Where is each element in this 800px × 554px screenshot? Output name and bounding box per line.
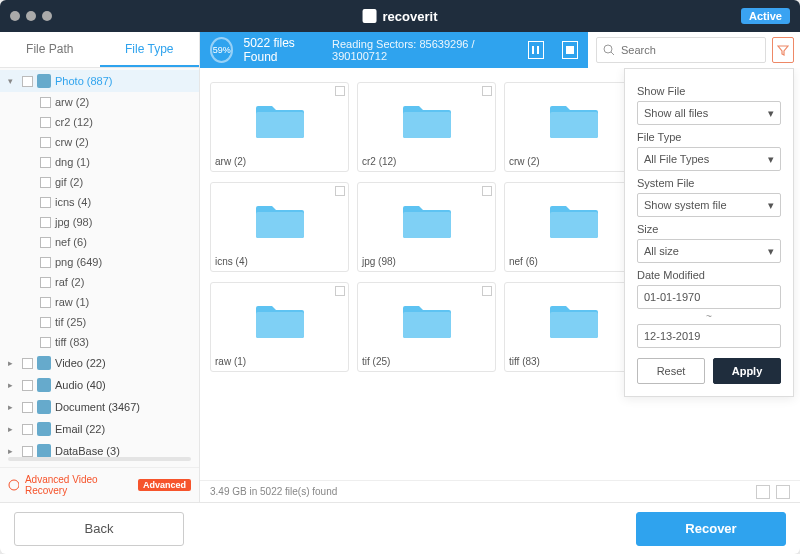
checkbox[interactable] bbox=[482, 86, 492, 96]
folder-card-tif[interactable]: tif (25) bbox=[357, 282, 496, 372]
checkbox[interactable] bbox=[40, 157, 51, 168]
sidebar-cat-database[interactable]: ▸DataBase (3) bbox=[0, 440, 199, 457]
category-tree[interactable]: ▾Photo (887)arw (2)cr2 (12)crw (2)dng (1… bbox=[0, 68, 199, 457]
sidebar-item-jpg[interactable]: jpg (98) bbox=[0, 212, 199, 232]
checkbox[interactable] bbox=[40, 237, 51, 248]
close-dot[interactable] bbox=[10, 11, 20, 21]
system-file-select[interactable]: Show system file▾ bbox=[637, 193, 781, 217]
status-text: 3.49 GB in 5022 file(s) found bbox=[210, 486, 337, 497]
checkbox[interactable] bbox=[40, 177, 51, 188]
checkbox[interactable] bbox=[335, 186, 345, 196]
size-select[interactable]: All size▾ bbox=[637, 239, 781, 263]
svg-rect-5 bbox=[37, 74, 51, 88]
checkbox[interactable] bbox=[40, 297, 51, 308]
apply-button[interactable]: Apply bbox=[713, 358, 781, 384]
sidebar-item-gif[interactable]: gif (2) bbox=[0, 172, 199, 192]
sidebar-item-dng[interactable]: dng (1) bbox=[0, 152, 199, 172]
sidebar-cat-email[interactable]: ▸Email (22) bbox=[0, 418, 199, 440]
folder-icon bbox=[509, 87, 638, 153]
filter-panel: Show File Show all files▾ File Type All … bbox=[624, 68, 794, 397]
sidebar-item-png[interactable]: png (649) bbox=[0, 252, 199, 272]
sidebar-item-tiff[interactable]: tiff (83) bbox=[0, 332, 199, 352]
checkbox[interactable] bbox=[40, 197, 51, 208]
checkbox[interactable] bbox=[40, 97, 51, 108]
sidebar-cat-video[interactable]: ▸Video (22) bbox=[0, 352, 199, 374]
filter-button[interactable] bbox=[772, 37, 794, 63]
sidebar-item-raw[interactable]: raw (1) bbox=[0, 292, 199, 312]
checkbox[interactable] bbox=[40, 317, 51, 328]
back-button[interactable]: Back bbox=[14, 512, 184, 546]
checkbox[interactable] bbox=[22, 446, 33, 457]
brand-icon bbox=[363, 9, 377, 23]
sidebar-item-cr2[interactable]: cr2 (12) bbox=[0, 112, 199, 132]
svg-rect-14 bbox=[550, 112, 598, 138]
folder-caption: nef (6) bbox=[509, 253, 638, 267]
folder-card-tiff[interactable]: tiff (83) bbox=[504, 282, 643, 372]
tab-file-path[interactable]: File Path bbox=[0, 32, 100, 67]
svg-rect-16 bbox=[256, 212, 304, 238]
checkbox[interactable] bbox=[40, 137, 51, 148]
sidebar-scrollbar[interactable] bbox=[8, 457, 191, 461]
date-from-input[interactable]: 01-01-1970 bbox=[637, 285, 781, 309]
window-controls[interactable] bbox=[10, 11, 52, 21]
folder-card-raw[interactable]: raw (1) bbox=[210, 282, 349, 372]
chevron-icon: ▸ bbox=[8, 446, 18, 456]
view-grid-button[interactable] bbox=[756, 485, 770, 499]
checkbox[interactable] bbox=[40, 217, 51, 228]
stop-button[interactable] bbox=[562, 41, 578, 59]
show-file-label: Show File bbox=[637, 85, 781, 97]
folder-card-jpg[interactable]: jpg (98) bbox=[357, 182, 496, 272]
folder-icon bbox=[362, 287, 491, 353]
sidebar-item-arw[interactable]: arw (2) bbox=[0, 92, 199, 112]
sidebar-item-raf[interactable]: raf (2) bbox=[0, 272, 199, 292]
checkbox[interactable] bbox=[40, 337, 51, 348]
checkbox[interactable] bbox=[40, 277, 51, 288]
sidebar-cat-photo[interactable]: ▾Photo (887) bbox=[0, 70, 199, 92]
folder-card-arw[interactable]: arw (2) bbox=[210, 82, 349, 172]
checkbox[interactable] bbox=[335, 86, 345, 96]
date-to-input[interactable]: 12-13-2019 bbox=[637, 324, 781, 348]
svg-rect-7 bbox=[37, 378, 51, 392]
checkbox[interactable] bbox=[22, 380, 33, 391]
sidebar-item-crw[interactable]: crw (2) bbox=[0, 132, 199, 152]
minimize-dot[interactable] bbox=[26, 11, 36, 21]
advanced-badge: Advanced bbox=[138, 479, 191, 491]
checkbox[interactable] bbox=[22, 424, 33, 435]
folder-card-cr2[interactable]: cr2 (12) bbox=[357, 82, 496, 172]
sidebar-item-tif[interactable]: tif (25) bbox=[0, 312, 199, 332]
checkbox[interactable] bbox=[482, 286, 492, 296]
show-file-select[interactable]: Show all files▾ bbox=[637, 101, 781, 125]
folder-card-nef[interactable]: nef (6) bbox=[504, 182, 643, 272]
checkbox[interactable] bbox=[482, 186, 492, 196]
sidebar-cat-audio[interactable]: ▸Audio (40) bbox=[0, 374, 199, 396]
checkbox[interactable] bbox=[335, 286, 345, 296]
sidebar-cat-document[interactable]: ▸Document (3467) bbox=[0, 396, 199, 418]
pause-button[interactable] bbox=[528, 41, 544, 59]
system-file-label: System File bbox=[637, 177, 781, 189]
sidebar-item-icns[interactable]: icns (4) bbox=[0, 192, 199, 212]
active-badge[interactable]: Active bbox=[741, 8, 790, 24]
recover-button[interactable]: Recover bbox=[636, 512, 786, 546]
checkbox[interactable] bbox=[22, 358, 33, 369]
checkbox[interactable] bbox=[22, 76, 33, 87]
search-box[interactable] bbox=[596, 37, 766, 63]
advanced-video-recovery[interactable]: Advanced Video Recovery Advanced bbox=[0, 467, 199, 502]
view-list-button[interactable] bbox=[776, 485, 790, 499]
reading-sectors: Reading Sectors: 85639296 / 390100712 bbox=[332, 38, 510, 62]
checkbox[interactable] bbox=[40, 117, 51, 128]
folder-card-icns[interactable]: icns (4) bbox=[210, 182, 349, 272]
folder-icon bbox=[215, 287, 344, 353]
file-type-select[interactable]: All File Types▾ bbox=[637, 147, 781, 171]
checkbox[interactable] bbox=[22, 402, 33, 413]
sidebar-item-nef[interactable]: nef (6) bbox=[0, 232, 199, 252]
reset-button[interactable]: Reset bbox=[637, 358, 705, 384]
tab-file-type[interactable]: File Type bbox=[100, 32, 200, 67]
search-input[interactable] bbox=[621, 44, 759, 56]
folder-card-crw[interactable]: crw (2) bbox=[504, 82, 643, 172]
folder-caption: arw (2) bbox=[215, 153, 344, 167]
zoom-dot[interactable] bbox=[42, 11, 52, 21]
folder-caption: raw (1) bbox=[215, 353, 344, 367]
chevron-icon: ▸ bbox=[8, 424, 18, 434]
checkbox[interactable] bbox=[40, 257, 51, 268]
category-icon bbox=[37, 378, 51, 392]
